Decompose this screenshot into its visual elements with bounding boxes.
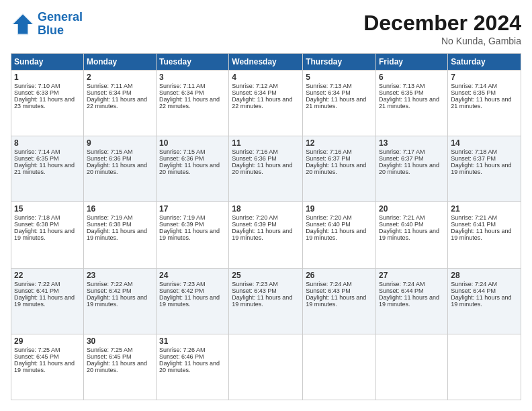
calendar-week-1: 1Sunrise: 7:10 AMSunset: 6:33 PMDaylight… [11,71,521,136]
day-number: 26 [306,271,373,280]
calendar-cell: 22Sunrise: 7:22 AMSunset: 6:41 PMDayligh… [11,268,84,334]
calendar-cell: 15Sunrise: 7:18 AMSunset: 6:38 PMDayligh… [11,202,84,268]
daylight-text: Daylight: 11 hours and 20 minutes. [159,162,220,175]
logo-text: General Blue [38,11,83,38]
sunrise-text: Sunrise: 7:23 AM [232,281,278,287]
logo: General Blue [11,11,83,38]
sunset-text: Sunset: 6:46 PM [159,353,204,360]
title-block: December 2024 No Kunda, Gambia [363,11,521,46]
sunrise-text: Sunrise: 7:20 AM [306,214,352,221]
month-title: December 2024 [363,11,521,36]
calendar-cell: 24Sunrise: 7:23 AMSunset: 6:42 PMDayligh… [157,268,229,334]
daylight-text: Daylight: 11 hours and 22 minutes. [232,96,292,109]
calendar-cell: 1Sunrise: 7:10 AMSunset: 6:33 PMDaylight… [11,71,84,136]
day-number: 9 [87,138,153,148]
daylight-text: Daylight: 11 hours and 20 minutes. [379,162,439,175]
calendar-cell: 21Sunrise: 7:21 AMSunset: 6:41 PMDayligh… [448,202,521,268]
day-number: 31 [159,336,226,346]
sunrise-text: Sunrise: 7:22 AM [87,281,133,287]
daylight-text: Daylight: 11 hours and 19 minutes. [232,294,292,308]
calendar-cell: 6Sunrise: 7:13 AMSunset: 6:35 PMDaylight… [376,71,448,136]
sunrise-text: Sunrise: 7:21 AM [379,214,425,221]
calendar-cell: 14Sunrise: 7:18 AMSunset: 6:37 PMDayligh… [448,136,521,202]
sunset-text: Sunset: 6:37 PM [306,155,351,162]
sunset-text: Sunset: 6:34 PM [159,89,204,96]
calendar-cell: 4Sunrise: 7:12 AMSunset: 6:34 PMDaylight… [229,71,303,136]
daylight-text: Daylight: 11 hours and 19 minutes. [451,228,511,241]
sunset-text: Sunset: 6:35 PM [379,89,424,96]
sunset-text: Sunset: 6:39 PM [232,221,277,228]
sunrise-text: Sunrise: 7:19 AM [159,214,206,221]
sunrise-text: Sunrise: 7:14 AM [14,148,60,155]
daylight-text: Daylight: 11 hours and 19 minutes. [379,228,439,241]
day-number: 23 [87,271,153,280]
sunset-text: Sunset: 6:37 PM [451,155,496,162]
sunrise-text: Sunrise: 7:15 AM [87,148,133,155]
sunrise-text: Sunrise: 7:13 AM [379,83,425,89]
calendar-cell [229,334,303,400]
calendar-cell [376,334,448,400]
calendar-week-2: 8Sunrise: 7:14 AMSunset: 6:35 PMDaylight… [11,136,521,202]
calendar-cell: 8Sunrise: 7:14 AMSunset: 6:35 PMDaylight… [11,136,84,202]
calendar-cell: 10Sunrise: 7:15 AMSunset: 6:36 PMDayligh… [157,136,229,202]
daylight-text: Daylight: 11 hours and 19 minutes. [14,294,75,308]
day-number: 14 [451,138,518,148]
calendar-header-row: SundayMondayTuesdayWednesdayThursdayFrid… [11,54,521,71]
daylight-text: Daylight: 11 hours and 20 minutes. [159,360,220,373]
sunset-text: Sunset: 6:40 PM [379,221,424,228]
daylight-text: Daylight: 11 hours and 20 minutes. [87,360,147,373]
sunrise-text: Sunrise: 7:14 AM [451,83,497,89]
calendar-cell: 13Sunrise: 7:17 AMSunset: 6:37 PMDayligh… [376,136,448,202]
sunrise-text: Sunrise: 7:22 AM [14,281,60,287]
sunrise-text: Sunrise: 7:11 AM [87,83,133,89]
sunrise-text: Sunrise: 7:11 AM [159,83,206,89]
day-number: 2 [87,73,153,82]
calendar-cell: 31Sunrise: 7:26 AMSunset: 6:46 PMDayligh… [157,334,229,400]
calendar-cell: 26Sunrise: 7:24 AMSunset: 6:43 PMDayligh… [303,268,376,334]
daylight-text: Daylight: 11 hours and 19 minutes. [379,294,439,308]
day-header-tuesday: Tuesday [157,54,229,71]
logo-icon [11,12,35,36]
calendar-cell: 18Sunrise: 7:20 AMSunset: 6:39 PMDayligh… [229,202,303,268]
daylight-text: Daylight: 11 hours and 21 minutes. [379,96,439,109]
sunrise-text: Sunrise: 7:24 AM [306,281,352,287]
sunrise-text: Sunrise: 7:13 AM [306,83,352,89]
calendar-week-5: 29Sunrise: 7:25 AMSunset: 6:45 PMDayligh… [11,334,521,400]
sunset-text: Sunset: 6:36 PM [159,155,204,162]
day-number: 6 [379,73,445,82]
sunset-text: Sunset: 6:42 PM [159,287,204,294]
day-header-wednesday: Wednesday [229,54,303,71]
sunset-text: Sunset: 6:41 PM [14,287,59,294]
calendar-week-4: 22Sunrise: 7:22 AMSunset: 6:41 PMDayligh… [11,268,521,334]
day-number: 28 [451,271,518,280]
sunrise-text: Sunrise: 7:12 AM [232,83,278,89]
sunrise-text: Sunrise: 7:25 AM [87,347,133,353]
logo-blue: Blue [38,24,83,38]
day-number: 8 [14,138,81,148]
location: No Kunda, Gambia [363,36,521,46]
day-number: 22 [14,271,81,280]
day-number: 7 [451,73,518,82]
calendar-cell: 12Sunrise: 7:16 AMSunset: 6:37 PMDayligh… [303,136,376,202]
daylight-text: Daylight: 11 hours and 21 minutes. [451,96,511,109]
sunset-text: Sunset: 6:35 PM [14,155,59,162]
sunset-text: Sunset: 6:36 PM [87,155,132,162]
calendar-cell: 19Sunrise: 7:20 AMSunset: 6:40 PMDayligh… [303,202,376,268]
day-number: 1 [14,73,81,82]
daylight-text: Daylight: 11 hours and 19 minutes. [451,162,511,175]
day-header-sunday: Sunday [11,54,84,71]
sunset-text: Sunset: 6:37 PM [379,155,424,162]
day-number: 19 [306,204,373,214]
day-number: 12 [306,138,373,148]
sunrise-text: Sunrise: 7:24 AM [379,281,425,287]
day-number: 3 [159,73,226,82]
calendar-cell: 25Sunrise: 7:23 AMSunset: 6:43 PMDayligh… [229,268,303,334]
sunset-text: Sunset: 6:39 PM [159,221,204,228]
sunset-text: Sunset: 6:36 PM [232,155,277,162]
daylight-text: Daylight: 11 hours and 19 minutes. [232,228,292,241]
sunset-text: Sunset: 6:43 PM [232,287,277,294]
daylight-text: Daylight: 11 hours and 23 minutes. [14,96,75,109]
day-header-thursday: Thursday [303,54,376,71]
day-number: 21 [451,204,518,214]
sunrise-text: Sunrise: 7:19 AM [87,214,133,221]
